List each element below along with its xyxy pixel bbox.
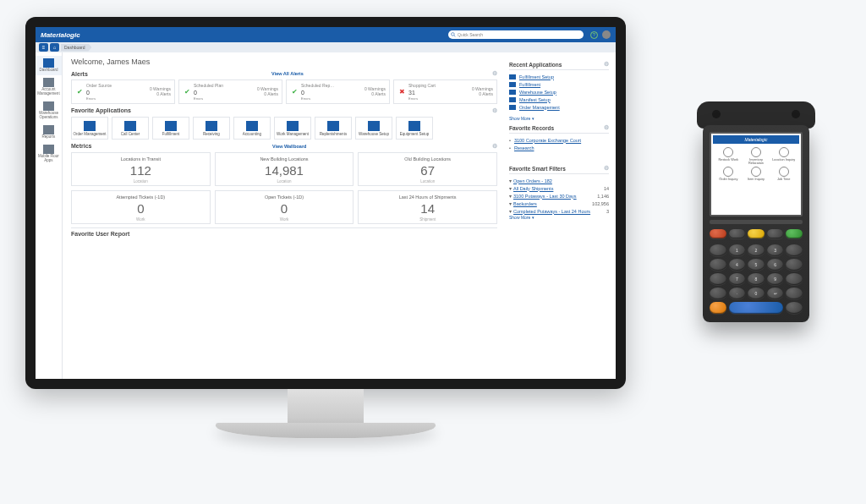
alert-card[interactable]: ✔ Scheduled Rep…0Errors 0 Warnings0 Aler… [286, 79, 390, 104]
fav-app-tile[interactable]: Order Management [71, 117, 108, 140]
scanner-tile[interactable]: Restock Work [715, 147, 742, 165]
smart-filter-item[interactable]: ▾3100 Putaways - Last 30 Days1,146 [509, 192, 609, 200]
alert-card[interactable]: ✔ Order Source0Errors 0 Warnings0 Alerts [71, 79, 175, 104]
gear-icon[interactable]: ⚙ [492, 107, 497, 114]
sidebar-item-warehouse[interactable]: Warehouse Operations [36, 99, 62, 123]
section-title: Favorite Applications [71, 107, 131, 113]
scanner-key-0[interactable]: 0 [748, 288, 765, 299]
scanner-key-↵[interactable]: ↵ [767, 288, 784, 299]
scanner-key-9[interactable]: 9 [767, 273, 784, 285]
scanner-key[interactable] [767, 229, 784, 238]
fav-app-tile[interactable]: Warehouse Setup [355, 117, 392, 140]
recent-app-item[interactable]: Fulfillment [509, 80, 609, 88]
recent-app-item[interactable]: Order Management [509, 103, 609, 111]
smart-filter-item[interactable]: ▾Completed Putaways - Last 24 Hours3 [509, 207, 609, 215]
desktop-monitor: Materialogic Quick Search ? ≡ ⌂ Dashboar… [25, 17, 626, 440]
show-more-link[interactable]: Show More ▾ [509, 215, 534, 220]
fav-app-tile[interactable]: Work Management [274, 117, 311, 140]
metric-value: 0 [74, 201, 208, 216]
scanner-key-green[interactable] [786, 229, 803, 238]
scanner-tile[interactable]: Item Inquiry [743, 167, 770, 181]
fav-record-item[interactable]: •Research [509, 144, 609, 151]
view-wallboard-link[interactable]: View Wallboard [272, 144, 306, 149]
scanner-tile[interactable]: Job Time [770, 167, 797, 181]
section-title: Favorite Smart Filters [509, 166, 566, 172]
scanner-key-fn[interactable] [710, 244, 726, 256]
metric-card[interactable]: Open Tickets (-1D) 0 Work [215, 190, 354, 224]
app-icon [509, 82, 516, 87]
fav-record-item[interactable]: •3100 Corporate Exchange Court [509, 136, 609, 144]
show-more-link[interactable]: Show More ▾ [509, 116, 534, 121]
scanner-key-8[interactable]: 8 [748, 273, 765, 285]
gear-icon[interactable]: ⚙ [604, 165, 609, 172]
gear-icon[interactable]: ⚙ [492, 143, 497, 150]
help-icon[interactable]: ? [590, 31, 598, 39]
menu-button[interactable]: ≡ [39, 43, 48, 52]
search-input[interactable]: Quick Search [448, 30, 584, 39]
scanner-key-fn[interactable] [786, 288, 803, 299]
scanner-key-2[interactable]: 2 [748, 244, 765, 256]
fav-app-tile[interactable]: Call Center [112, 117, 149, 140]
scanner-key-fn[interactable] [786, 302, 803, 314]
scanner-key-fn[interactable] [710, 288, 726, 299]
recent-app-item[interactable]: Fulfillment Setup [509, 73, 609, 80]
sidebar-item-mobile[interactable]: Mobile Floor Apps [36, 142, 62, 166]
sidebar-label: Account Management [37, 87, 59, 96]
metric-card[interactable]: Locations in Transit 112 Location [71, 152, 211, 186]
metric-sub: Shipment [360, 217, 495, 222]
gear-icon[interactable]: ⚙ [604, 124, 609, 131]
svg-point-0 [452, 33, 455, 36]
fav-app-tile[interactable]: Receiving [193, 117, 230, 140]
scanner-key-red[interactable] [710, 229, 726, 238]
scanner-key[interactable] [729, 229, 746, 238]
recent-app-item[interactable]: Warehouse Setup [509, 88, 609, 96]
sidebar-item-reports[interactable]: Reports [36, 123, 62, 142]
recent-apps-list: Fulfillment SetupFulfillmentWarehouse Se… [509, 73, 609, 111]
metric-card[interactable]: Last 24 Hours of Shipments 14 Shipment [358, 190, 497, 224]
scanner-key-3[interactable]: 3 [767, 244, 784, 256]
metric-card[interactable]: Old Building Locations 67 Location [358, 152, 497, 186]
fav-app-tile[interactable]: Fulfillment [152, 117, 189, 140]
scanner-tile[interactable]: Inventory Relocation [743, 147, 770, 165]
user-avatar[interactable] [602, 30, 611, 39]
alert-card[interactable]: ✔ Scheduled Plan0Errors 0 Warnings0 Aler… [178, 79, 282, 104]
home-button[interactable]: ⌂ [50, 43, 59, 52]
sidebar-item-dashboard[interactable]: Dashboard [36, 56, 62, 75]
scanner-tile[interactable]: Location Inquiry [770, 147, 797, 165]
smart-filter-item[interactable]: ▾Open Orders - 182 [509, 177, 609, 184]
scanner-key-4[interactable]: 4 [729, 259, 746, 271]
fav-app-tile[interactable]: Replenishments [315, 117, 352, 140]
sidebar-item-account[interactable]: Account Management [36, 75, 62, 99]
scanner-key-7[interactable]: 7 [729, 273, 746, 285]
metric-card[interactable]: New Building Locations 14,981 Location [215, 152, 354, 186]
scanner-key-fn[interactable] [710, 273, 726, 285]
recent-app-item[interactable]: Manifest Setup [509, 96, 609, 103]
scanner-key-fn[interactable] [786, 273, 803, 285]
breadcrumb[interactable]: Dashboard [61, 44, 91, 52]
fav-app-tile[interactable]: Equipment Setup [396, 117, 433, 140]
smart-filter-item[interactable]: ▾All Daily Shipments14 [509, 184, 609, 192]
scanner-key-6[interactable]: 6 [767, 259, 784, 271]
sidebar-label: Dashboard [39, 68, 58, 72]
gear-icon[interactable]: ⚙ [492, 70, 497, 77]
scanner-key-fn[interactable] [710, 259, 726, 271]
alert-card[interactable]: ✖ Shopping Cart31Errors 0 Warnings0 Aler… [393, 79, 497, 104]
scanner-tile[interactable]: Order Inquiry [715, 167, 742, 181]
fav-app-tile[interactable]: Accounting [233, 117, 271, 140]
gear-icon[interactable]: ⚙ [604, 61, 609, 68]
scanner-key-·[interactable]: · [729, 288, 746, 299]
scanner-key-fn[interactable] [786, 259, 803, 271]
scanner-key-orange[interactable] [710, 302, 726, 314]
metrics-header: Metrics View Wallboard ⚙ [71, 143, 497, 150]
scanner-key-1[interactable]: 1 [729, 244, 746, 256]
app-icon [206, 121, 217, 131]
scanner-key-scan[interactable] [748, 229, 765, 238]
scanner-key-fn[interactable] [786, 244, 803, 256]
scanner-key-5[interactable]: 5 [748, 259, 765, 271]
smart-filter-item[interactable]: ▾Backorders102,956 [509, 200, 609, 207]
metric-title: Attempted Tickets (-1D) [74, 194, 208, 200]
alert-body: Order Source0Errors [86, 83, 112, 101]
metric-card[interactable]: Attempted Tickets (-1D) 0 Work [71, 190, 211, 224]
scanner-key-blue[interactable] [729, 302, 784, 314]
view-all-alerts-link[interactable]: View All Alerts [271, 71, 304, 76]
